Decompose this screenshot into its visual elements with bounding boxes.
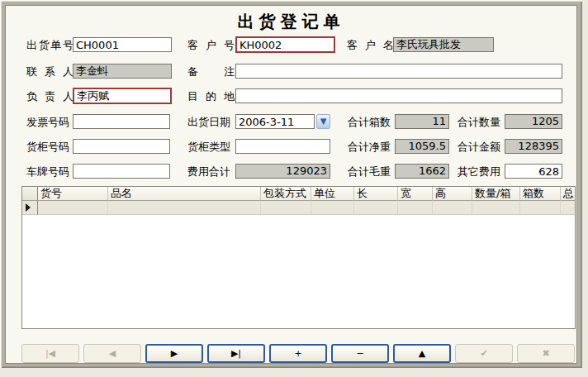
total-qty-field: 1205	[505, 114, 562, 129]
nav-prior-button[interactable]: ◀	[83, 344, 141, 363]
total-amount-field: 128395	[505, 139, 562, 154]
grid-selector-header	[22, 187, 38, 201]
grid-col-length: 长	[354, 187, 398, 201]
ship-date-dropdown-button[interactable]: ▼	[316, 114, 330, 129]
shipping-registration-window: 出货登记单 出货单号 客 户 号 客 户 名 李氏玩具批发 联 系 人 李金蚪 …	[0, 0, 588, 377]
grid-cell[interactable]	[398, 201, 433, 215]
invoice-no-input[interactable]	[73, 114, 170, 129]
manager-label: 负 责 人	[26, 90, 74, 103]
page-title: 出货登记单	[0, 11, 582, 33]
nav-delete-button[interactable]: −	[331, 344, 389, 363]
contact-label: 联 系 人	[26, 65, 74, 79]
grid-cell[interactable]	[433, 201, 472, 215]
customer-no-label: 客 户 号	[187, 39, 235, 52]
total-gross-field: 1662	[395, 164, 449, 179]
contact-field: 李金蚪	[73, 64, 172, 79]
grid-col-total: 总	[561, 187, 575, 201]
total-boxes-label: 合计箱数	[348, 116, 391, 129]
detail-grid: 货号 品名 包装方式 单位 长 宽 高 数量/箱 箱数 总	[21, 186, 576, 329]
grid-col-boxes: 箱数	[520, 187, 561, 201]
row-arrow-icon	[26, 203, 31, 212]
remark-input[interactable]	[235, 64, 562, 79]
container-type-input[interactable]	[235, 139, 330, 154]
container-type-label: 货柜类型	[187, 141, 235, 154]
order-no-label: 出货单号	[26, 39, 74, 52]
nav-edit-button[interactable]: ▲	[393, 344, 451, 363]
container-no-input[interactable]	[73, 139, 170, 154]
grid-col-unit: 单位	[311, 187, 354, 201]
manager-input[interactable]	[73, 88, 172, 104]
grid-cell[interactable]	[311, 201, 354, 215]
grid-current-row[interactable]	[22, 201, 575, 215]
grid-header-row: 货号 品名 包装方式 单位 长 宽 高 数量/箱 箱数 总	[22, 187, 575, 201]
total-net-label: 合计净重	[348, 141, 391, 154]
expense-total-label: 费用合计	[187, 165, 235, 179]
nav-cancel-button[interactable]: ✖	[517, 344, 575, 363]
grid-cell[interactable]	[38, 201, 108, 215]
order-no-input[interactable]	[73, 37, 172, 52]
destination-label: 目 的 地	[187, 90, 235, 103]
nav-first-button[interactable]: |◀	[21, 344, 79, 363]
nav-last-button[interactable]: ▶|	[207, 344, 265, 363]
customer-no-input[interactable]	[235, 36, 335, 53]
customer-name-label: 客 户 名	[347, 39, 394, 52]
grid-cell[interactable]	[472, 201, 520, 215]
remark-label: 备 注	[187, 65, 235, 79]
total-net-field: 1059.5	[395, 139, 449, 154]
grid-col-height: 高	[433, 187, 472, 201]
ship-date-input[interactable]	[235, 114, 315, 129]
total-gross-label: 合计毛重	[348, 165, 391, 179]
grid-cell[interactable]	[261, 201, 311, 215]
grid-cell[interactable]	[561, 201, 575, 215]
grid-cell[interactable]	[520, 201, 561, 215]
total-boxes-field: 11	[395, 114, 449, 129]
other-expense-label: 其它费用	[458, 165, 500, 179]
nav-insert-button[interactable]: +	[269, 344, 327, 363]
plate-no-label: 车牌号码	[26, 165, 74, 179]
invoice-no-label: 发票号码	[26, 116, 74, 129]
expense-total-field: 129023	[235, 164, 330, 179]
grid-col-width: 宽	[398, 187, 433, 201]
grid-col-product: 品名	[108, 187, 261, 201]
grid-cell[interactable]	[108, 201, 261, 215]
grid-col-qty-per-box: 数量/箱	[472, 187, 520, 201]
grid-cell[interactable]	[354, 201, 398, 215]
grid-col-packing: 包装方式	[261, 187, 311, 201]
plate-no-input[interactable]	[73, 164, 170, 179]
container-no-label: 货柜号码	[26, 141, 74, 154]
nav-post-button[interactable]: ✔	[455, 344, 513, 363]
ship-date-label: 出货日期	[187, 116, 235, 129]
current-row-indicator	[22, 201, 38, 215]
nav-next-button[interactable]: ▶	[145, 344, 203, 363]
total-amount-label: 合计金额	[458, 141, 500, 154]
other-expense-input[interactable]	[505, 164, 562, 179]
customer-name-field: 李氏玩具批发	[393, 37, 494, 52]
destination-input[interactable]	[235, 88, 562, 103]
total-qty-label: 合计数量	[458, 116, 500, 129]
grid-col-item-no: 货号	[38, 187, 108, 201]
